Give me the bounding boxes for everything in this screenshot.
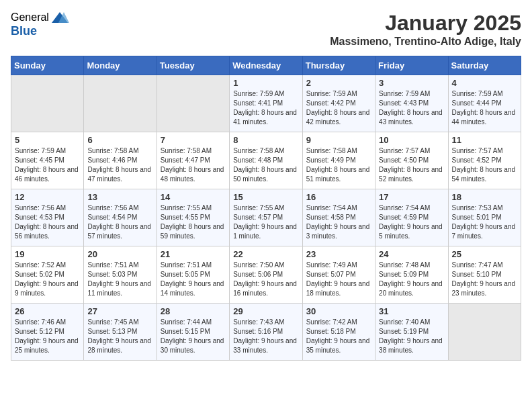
weekday-header-sunday: Sunday [11,56,84,75]
calendar-cell [11,75,84,132]
calendar-week-row: 26Sunrise: 7:46 AM Sunset: 5:12 PM Dayli… [11,304,521,361]
calendar-cell: 28Sunrise: 7:44 AM Sunset: 5:15 PM Dayli… [157,304,229,361]
day-info: Sunrise: 7:47 AM Sunset: 5:10 PM Dayligh… [452,261,517,298]
day-number: 1 [233,78,298,88]
day-number: 31 [379,306,444,316]
calendar-cell: 6Sunrise: 7:58 AM Sunset: 4:46 PM Daylig… [84,132,157,189]
calendar-week-row: 19Sunrise: 7:52 AM Sunset: 5:02 PM Dayli… [11,246,521,304]
day-info: Sunrise: 7:56 AM Sunset: 4:54 PM Dayligh… [87,203,152,241]
calendar-week-row: 1Sunrise: 7:59 AM Sunset: 4:41 PM Daylig… [11,75,521,132]
month-title: January 2025 [330,11,521,36]
weekday-header-wednesday: Wednesday [230,56,302,75]
day-number: 9 [306,135,371,145]
day-info: Sunrise: 7:55 AM Sunset: 4:57 PM Dayligh… [233,203,298,241]
day-info: Sunrise: 7:59 AM Sunset: 4:44 PM Dayligh… [452,89,517,127]
logo-blue-text: Blue [11,24,37,38]
day-info: Sunrise: 7:58 AM Sunset: 4:49 PM Dayligh… [306,146,371,184]
day-number: 14 [161,192,226,202]
day-number: 22 [233,249,298,259]
calendar-cell: 13Sunrise: 7:56 AM Sunset: 4:54 PM Dayli… [84,189,157,246]
day-number: 19 [15,249,80,259]
day-info: Sunrise: 7:58 AM Sunset: 4:48 PM Dayligh… [233,146,298,184]
day-info: Sunrise: 7:54 AM Sunset: 4:58 PM Dayligh… [306,203,371,241]
day-info: Sunrise: 7:57 AM Sunset: 4:52 PM Dayligh… [452,146,517,184]
day-number: 7 [161,135,226,145]
calendar-cell: 15Sunrise: 7:55 AM Sunset: 4:57 PM Dayli… [230,189,302,246]
day-number: 21 [161,249,226,259]
day-info: Sunrise: 7:57 AM Sunset: 4:50 PM Dayligh… [379,146,444,184]
day-number: 20 [87,249,152,259]
day-number: 24 [379,249,444,259]
day-info: Sunrise: 7:49 AM Sunset: 5:07 PM Dayligh… [306,261,371,298]
day-info: Sunrise: 7:58 AM Sunset: 4:46 PM Dayligh… [87,146,152,184]
day-info: Sunrise: 7:52 AM Sunset: 5:02 PM Dayligh… [15,261,80,298]
day-number: 17 [379,192,444,202]
calendar-cell: 31Sunrise: 7:40 AM Sunset: 5:19 PM Dayli… [375,304,448,361]
calendar-cell: 24Sunrise: 7:48 AM Sunset: 5:09 PM Dayli… [375,246,448,304]
calendar-cell: 21Sunrise: 7:51 AM Sunset: 5:05 PM Dayli… [157,246,229,304]
calendar-cell: 16Sunrise: 7:54 AM Sunset: 4:58 PM Dayli… [302,189,375,246]
location-title: Massimeno, Trentino-Alto Adige, Italy [330,36,521,48]
calendar-cell: 4Sunrise: 7:59 AM Sunset: 4:44 PM Daylig… [448,75,521,132]
calendar-cell: 29Sunrise: 7:43 AM Sunset: 5:16 PM Dayli… [230,304,302,361]
calendar-header: SundayMondayTuesdayWednesdayThursdayFrid… [11,56,521,75]
weekday-header-tuesday: Tuesday [157,56,229,75]
calendar-cell: 3Sunrise: 7:59 AM Sunset: 4:43 PM Daylig… [375,75,448,132]
calendar-cell: 8Sunrise: 7:58 AM Sunset: 4:48 PM Daylig… [230,132,302,189]
day-number: 28 [161,306,226,316]
weekday-header-row: SundayMondayTuesdayWednesdayThursdayFrid… [11,56,521,75]
day-number: 23 [306,249,371,259]
calendar-cell: 5Sunrise: 7:59 AM Sunset: 4:45 PM Daylig… [11,132,84,189]
day-info: Sunrise: 7:59 AM Sunset: 4:41 PM Dayligh… [233,89,298,127]
calendar-cell: 1Sunrise: 7:59 AM Sunset: 4:41 PM Daylig… [230,75,302,132]
day-number: 3 [379,78,444,88]
day-info: Sunrise: 7:40 AM Sunset: 5:19 PM Dayligh… [379,318,444,355]
day-info: Sunrise: 7:42 AM Sunset: 5:18 PM Dayligh… [306,318,371,355]
day-info: Sunrise: 7:43 AM Sunset: 5:16 PM Dayligh… [233,318,298,355]
weekday-header-saturday: Saturday [448,56,521,75]
calendar-cell [157,75,229,132]
calendar-cell: 12Sunrise: 7:56 AM Sunset: 4:53 PM Dayli… [11,189,84,246]
calendar-cell: 7Sunrise: 7:58 AM Sunset: 4:47 PM Daylig… [157,132,229,189]
calendar-cell: 19Sunrise: 7:52 AM Sunset: 5:02 PM Dayli… [11,246,84,304]
calendar-cell: 22Sunrise: 7:50 AM Sunset: 5:06 PM Dayli… [230,246,302,304]
day-info: Sunrise: 7:51 AM Sunset: 5:03 PM Dayligh… [87,261,152,298]
day-number: 26 [15,306,80,316]
day-info: Sunrise: 7:54 AM Sunset: 4:59 PM Dayligh… [379,203,444,241]
weekday-header-monday: Monday [84,56,157,75]
day-number: 10 [379,135,444,145]
day-info: Sunrise: 7:56 AM Sunset: 4:53 PM Dayligh… [15,203,80,241]
day-number: 2 [306,78,371,88]
calendar-cell: 17Sunrise: 7:54 AM Sunset: 4:59 PM Dayli… [375,189,448,246]
day-info: Sunrise: 7:45 AM Sunset: 5:13 PM Dayligh… [87,318,152,355]
day-number: 6 [87,135,152,145]
page-header: General Blue January 2025 Massimeno, Tre… [11,11,521,48]
day-info: Sunrise: 7:55 AM Sunset: 4:55 PM Dayligh… [161,203,226,241]
weekday-header-thursday: Thursday [302,56,375,75]
calendar-cell: 10Sunrise: 7:57 AM Sunset: 4:50 PM Dayli… [375,132,448,189]
day-info: Sunrise: 7:58 AM Sunset: 4:47 PM Dayligh… [161,146,226,184]
logo: General Blue [11,11,69,38]
day-info: Sunrise: 7:44 AM Sunset: 5:15 PM Dayligh… [161,318,226,355]
calendar-table: SundayMondayTuesdayWednesdayThursdayFrid… [11,56,521,361]
calendar-cell: 11Sunrise: 7:57 AM Sunset: 4:52 PM Dayli… [448,132,521,189]
calendar-cell: 20Sunrise: 7:51 AM Sunset: 5:03 PM Dayli… [84,246,157,304]
weekday-header-friday: Friday [375,56,448,75]
day-number: 18 [452,192,517,202]
day-number: 16 [306,192,371,202]
calendar-week-row: 5Sunrise: 7:59 AM Sunset: 4:45 PM Daylig… [11,132,521,189]
day-info: Sunrise: 7:53 AM Sunset: 5:01 PM Dayligh… [452,203,517,241]
calendar-cell: 30Sunrise: 7:42 AM Sunset: 5:18 PM Dayli… [302,304,375,361]
day-number: 5 [15,135,80,145]
calendar-cell: 25Sunrise: 7:47 AM Sunset: 5:10 PM Dayli… [448,246,521,304]
day-number: 29 [233,306,298,316]
calendar-week-row: 12Sunrise: 7:56 AM Sunset: 4:53 PM Dayli… [11,189,521,246]
day-number: 30 [306,306,371,316]
day-number: 27 [87,306,152,316]
day-info: Sunrise: 7:59 AM Sunset: 4:45 PM Dayligh… [15,146,80,184]
day-info: Sunrise: 7:59 AM Sunset: 4:42 PM Dayligh… [306,89,371,127]
calendar-body: 1Sunrise: 7:59 AM Sunset: 4:41 PM Daylig… [11,75,521,361]
calendar-cell [84,75,157,132]
day-number: 4 [452,78,517,88]
calendar-cell: 26Sunrise: 7:46 AM Sunset: 5:12 PM Dayli… [11,304,84,361]
